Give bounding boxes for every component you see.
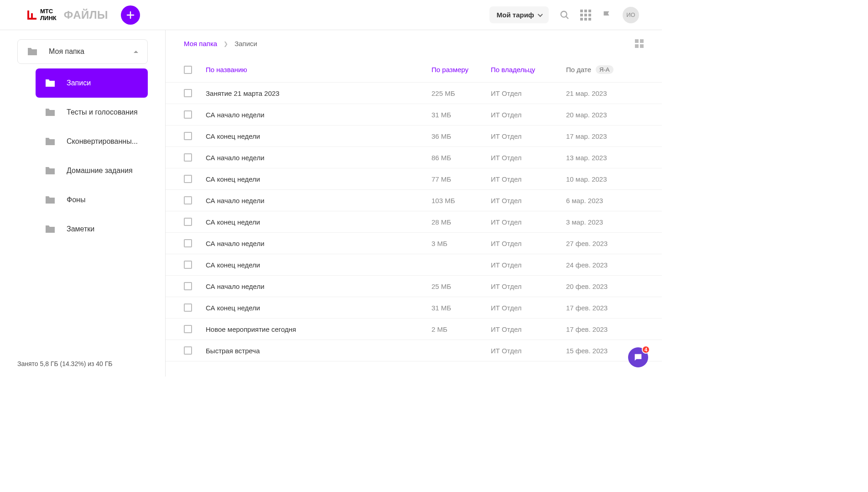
caret-up-icon xyxy=(134,51,138,53)
logo-text-line1: МТС xyxy=(40,8,57,15)
table-row[interactable]: Занятие 21 марта 2023 225 МБ ИТ Отдел 21… xyxy=(166,83,662,104)
row-date: 3 мар. 2023 xyxy=(566,218,644,226)
folder-icon xyxy=(45,108,56,117)
chevron-right-icon: ❯ xyxy=(223,41,228,47)
row-owner: ИТ Отдел xyxy=(491,325,566,333)
folder-icon xyxy=(45,79,56,88)
table-row[interactable]: СА конец недели 36 МБ ИТ Отдел 17 мар. 2… xyxy=(166,126,662,147)
flag-icon[interactable] xyxy=(602,10,612,20)
header-name[interactable]: По названию xyxy=(206,66,431,73)
row-checkbox[interactable] xyxy=(184,239,192,247)
sidebar-item-label: Фоны xyxy=(67,196,85,204)
root-folder-toggle[interactable]: Моя папка xyxy=(17,39,148,64)
row-owner: ИТ Отдел xyxy=(491,197,566,204)
sidebar-item-0[interactable]: Записи xyxy=(36,68,148,98)
row-checkbox[interactable] xyxy=(184,218,192,226)
row-name: СА начало недели xyxy=(206,111,431,119)
root-folder-label: Моя папка xyxy=(49,47,134,56)
row-owner: ИТ Отдел xyxy=(491,304,566,312)
row-size: 225 МБ xyxy=(431,89,491,97)
row-name: Быстрая встреча xyxy=(206,347,431,355)
row-name: СА конец недели xyxy=(206,304,431,312)
row-checkbox[interactable] xyxy=(184,346,192,355)
row-size: 2 МБ xyxy=(431,325,491,333)
chevron-down-icon xyxy=(538,11,543,16)
row-date: 27 фев. 2023 xyxy=(566,240,644,247)
row-name: Занятие 21 марта 2023 xyxy=(206,89,431,97)
row-name: СА конец недели xyxy=(206,175,431,183)
table-row[interactable]: Новое мероприятие сегодня 2 МБ ИТ Отдел … xyxy=(166,319,662,340)
sidebar-item-3[interactable]: Домашние задания xyxy=(36,156,148,185)
row-size: 36 МБ xyxy=(431,132,491,140)
row-size: 25 МБ xyxy=(431,283,491,290)
header-owner[interactable]: По владельцу xyxy=(491,66,566,73)
row-checkbox[interactable] xyxy=(184,196,192,204)
chat-bubble[interactable]: 4 xyxy=(628,347,648,367)
header-date[interactable]: По дате Я-А xyxy=(566,65,644,74)
chat-badge: 4 xyxy=(642,345,650,354)
table-row[interactable]: СА начало недели 103 МБ ИТ Отдел 6 мар. … xyxy=(166,190,662,211)
sidebar-item-label: Сконвертированны... xyxy=(67,137,138,146)
logo-area[interactable]: МТС ЛИНК xyxy=(26,8,57,21)
row-date: 10 мар. 2023 xyxy=(566,175,644,183)
table-row[interactable]: СА начало недели 25 МБ ИТ Отдел 20 фев. … xyxy=(166,276,662,297)
sidebar-item-1[interactable]: Тесты и голосования xyxy=(36,98,148,127)
table-row[interactable]: СА конец недели ИТ Отдел 24 фев. 2023 xyxy=(166,254,662,276)
apps-icon[interactable] xyxy=(581,10,591,20)
row-size: 103 МБ xyxy=(431,197,491,204)
page-title: ФАЙЛЫ xyxy=(64,9,108,21)
row-owner: ИТ Отдел xyxy=(491,175,566,183)
breadcrumb-root[interactable]: Моя папка xyxy=(184,40,217,47)
row-owner: ИТ Отдел xyxy=(491,111,566,119)
tariff-button[interactable]: Мой тариф xyxy=(489,6,549,23)
sidebar-item-5[interactable]: Заметки xyxy=(36,215,148,244)
folder-icon xyxy=(45,166,56,175)
row-checkbox[interactable] xyxy=(184,282,192,290)
row-checkbox[interactable] xyxy=(184,261,192,269)
row-name: СА конец недели xyxy=(206,218,431,226)
row-owner: ИТ Отдел xyxy=(491,218,566,226)
sidebar-item-4[interactable]: Фоны xyxy=(36,185,148,215)
folder-icon xyxy=(27,47,38,56)
sidebar-item-2[interactable]: Сконвертированны... xyxy=(36,127,148,156)
row-date: 20 мар. 2023 xyxy=(566,111,644,119)
header-size[interactable]: По размеру xyxy=(431,66,491,73)
main-content: Моя папка ❯ Записи По названию По размер… xyxy=(165,30,662,377)
row-size: 31 МБ xyxy=(431,304,491,312)
row-owner: ИТ Отдел xyxy=(491,240,566,247)
row-checkbox[interactable] xyxy=(184,110,192,119)
row-checkbox[interactable] xyxy=(184,153,192,162)
add-button[interactable] xyxy=(121,5,140,25)
select-all-checkbox[interactable] xyxy=(184,66,192,74)
sidebar-item-label: Домашние задания xyxy=(67,167,133,175)
view-toggle-grid[interactable] xyxy=(635,39,644,48)
table-row[interactable]: СА конец недели 28 МБ ИТ Отдел 3 мар. 20… xyxy=(166,211,662,233)
folder-icon xyxy=(45,137,56,146)
table-row[interactable]: СА начало недели 86 МБ ИТ Отдел 13 мар. … xyxy=(166,147,662,168)
table-row[interactable]: СА начало недели 3 МБ ИТ Отдел 27 фев. 2… xyxy=(166,233,662,254)
table-row[interactable]: Быстрая встреча ИТ Отдел 15 фев. 2023 xyxy=(166,340,662,361)
avatar[interactable]: ИО xyxy=(623,7,639,23)
sidebar-item-label: Заметки xyxy=(67,225,94,233)
folder-icon xyxy=(45,195,56,204)
row-owner: ИТ Отдел xyxy=(491,347,566,355)
row-size: 28 МБ xyxy=(431,218,491,226)
row-name: Новое мероприятие сегодня xyxy=(206,325,431,333)
row-checkbox[interactable] xyxy=(184,325,192,333)
row-checkbox[interactable] xyxy=(184,89,192,97)
table-row[interactable]: СА начало недели 31 МБ ИТ Отдел 20 мар. … xyxy=(166,104,662,126)
header: МТС ЛИНК ФАЙЛЫ Мой тариф ИО xyxy=(0,0,662,30)
svg-rect-2 xyxy=(31,13,33,20)
row-checkbox[interactable] xyxy=(184,175,192,183)
row-date: 6 мар. 2023 xyxy=(566,197,644,204)
plus-icon xyxy=(126,10,135,20)
row-checkbox[interactable] xyxy=(184,132,192,140)
chat-icon xyxy=(633,352,643,362)
mts-logo-icon xyxy=(26,9,38,21)
row-checkbox[interactable] xyxy=(184,304,192,312)
row-owner: ИТ Отдел xyxy=(491,154,566,162)
table-row[interactable]: СА конец недели 31 МБ ИТ Отдел 17 фев. 2… xyxy=(166,297,662,319)
search-icon[interactable] xyxy=(560,10,570,20)
row-size: 86 МБ xyxy=(431,154,491,162)
table-row[interactable]: СА конец недели 77 МБ ИТ Отдел 10 мар. 2… xyxy=(166,168,662,190)
